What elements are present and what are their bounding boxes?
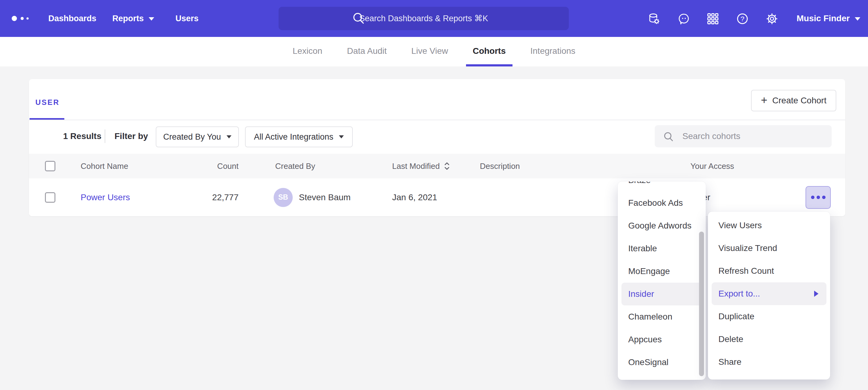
column-description[interactable]: Description — [480, 154, 520, 178]
menu-item-view-users[interactable]: View Users — [708, 214, 830, 237]
section-tabbar: Lexicon Data Audit Live View Cohorts Int… — [0, 37, 868, 66]
column-cohort-name[interactable]: Cohort Name — [81, 154, 128, 178]
cohort-count: 22,777 — [183, 178, 239, 216]
cohort-last-modified: Jan 6, 2021 — [392, 178, 437, 216]
row-actions-ellipsis-button[interactable] — [806, 186, 831, 209]
cohort-search-input[interactable] — [655, 125, 832, 147]
chevron-down-icon — [855, 17, 860, 21]
integrations-filter-label: All Active Integrations — [254, 132, 333, 142]
project-name-label: Music Finder — [797, 13, 850, 23]
table-header: Cohort Name Count Created By Last Modifi… — [29, 154, 845, 178]
select-all-checkbox[interactable] — [45, 161, 55, 171]
menu-item-onesignal[interactable]: OneSignal — [618, 351, 706, 374]
tab-integrations[interactable]: Integrations — [530, 37, 575, 66]
cohort-name-link[interactable]: Power Users — [81, 193, 130, 202]
menu-item-facebook-ads[interactable]: Facebook Ads — [618, 192, 706, 215]
divider — [29, 120, 845, 120]
cohorts-panel: USER + Create Cohort 1 Results Filter by… — [29, 79, 845, 216]
plus-icon: + — [761, 95, 767, 106]
column-count[interactable]: Count — [183, 154, 239, 178]
export-destination-submenu: Braze Facebook Ads Google Adwords Iterab… — [618, 182, 706, 380]
column-created-by[interactable]: Created By — [275, 154, 315, 178]
cohort-created-by: SB Steven Baum — [274, 178, 350, 216]
tab-user-cohorts[interactable]: USER — [35, 98, 60, 107]
tab-live-view[interactable]: Live View — [411, 37, 448, 66]
created-by-filter-label: Created By You — [163, 132, 221, 142]
nav-users[interactable]: Users — [176, 0, 198, 37]
nav-reports-label: Reports — [112, 14, 144, 23]
column-last-modified-label: Last Modified — [392, 161, 440, 171]
chevron-down-icon — [226, 135, 231, 138]
divider — [105, 129, 105, 143]
help-icon[interactable]: ? — [736, 12, 749, 25]
menu-item-iterable[interactable]: Iterable — [618, 237, 706, 260]
results-count: 1 Results — [63, 131, 101, 141]
menu-item-duplicate[interactable]: Duplicate — [708, 305, 830, 328]
chevron-down-icon — [339, 135, 344, 138]
settings-gear-icon[interactable] — [766, 12, 778, 25]
apps-grid-icon[interactable] — [706, 12, 719, 25]
menu-item-insider[interactable]: Insider — [621, 283, 702, 305]
avatar: SB — [274, 188, 293, 207]
menu-item-export-to[interactable]: Export to... — [712, 282, 827, 305]
menu-item-google-adwords[interactable]: Google Adwords — [618, 215, 706, 237]
nav-dashboards[interactable]: Dashboards — [48, 0, 96, 37]
create-cohort-label: Create Cohort — [772, 96, 827, 105]
submenu-arrow-icon — [814, 291, 818, 297]
data-management-icon[interactable] — [648, 12, 660, 25]
integrations-filter-dropdown[interactable]: All Active Integrations — [245, 126, 353, 147]
menu-item-visualize-trend[interactable]: Visualize Trend — [708, 237, 830, 260]
top-navbar: Dashboards Reports Users ? — [0, 0, 868, 37]
menu-item-braze[interactable]: Braze — [618, 182, 706, 192]
cohort-context-menu: View Users Visualize Trend Refresh Count… — [708, 212, 830, 380]
menu-item-share[interactable]: Share — [708, 351, 830, 373]
nav-reports[interactable]: Reports — [112, 0, 154, 37]
filter-by-label: Filter by — [115, 131, 148, 141]
submenu-scrollbar[interactable] — [699, 232, 704, 376]
create-cohort-button[interactable]: + Create Cohort — [751, 90, 836, 111]
row-checkbox[interactable] — [45, 192, 55, 203]
sort-icon — [443, 161, 450, 171]
menu-item-moengage[interactable]: MoEngage — [618, 260, 706, 283]
mixpanel-logo-icon[interactable] — [11, 0, 45, 37]
menu-item-appcues[interactable]: Appcues — [618, 328, 706, 351]
chevron-down-icon — [149, 17, 154, 21]
tab-data-audit[interactable]: Data Audit — [347, 37, 386, 66]
svg-text:?: ? — [741, 15, 745, 23]
feedback-icon[interactable] — [678, 12, 690, 25]
menu-item-chameleon[interactable]: Chameleon — [618, 305, 706, 328]
menu-item-delete[interactable]: Delete — [708, 328, 830, 351]
menu-item-refresh-count[interactable]: Refresh Count — [708, 260, 830, 282]
tab-cohorts[interactable]: Cohorts — [473, 37, 506, 66]
column-your-access[interactable]: Your Access — [690, 154, 734, 178]
tab-lexicon[interactable]: Lexicon — [293, 37, 322, 66]
created-by-name: Steven Baum — [299, 193, 350, 202]
cohort-table-row: Power Users 22,777 SB Steven Baum Jan 6,… — [29, 178, 845, 216]
project-switcher[interactable]: Music Finder — [797, 0, 860, 37]
column-last-modified[interactable]: Last Modified — [392, 154, 450, 178]
created-by-filter-dropdown[interactable]: Created By You — [156, 126, 239, 147]
global-search-input[interactable] — [279, 7, 569, 30]
export-to-label: Export to... — [718, 289, 760, 298]
